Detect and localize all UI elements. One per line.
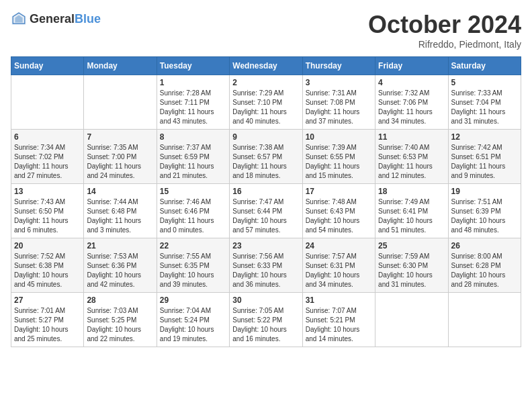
day-number: 10 bbox=[306, 132, 372, 142]
weekday-header: Thursday bbox=[302, 57, 375, 75]
day-info: Sunrise: 7:52 AM Sunset: 6:38 PM Dayligh… bbox=[14, 252, 81, 289]
day-info: Sunrise: 7:03 AM Sunset: 5:25 PM Dayligh… bbox=[87, 306, 153, 344]
calendar-week-row: 27Sunrise: 7:01 AM Sunset: 5:27 PM Dayli… bbox=[11, 293, 521, 347]
calendar-cell bbox=[375, 293, 448, 347]
calendar-cell: 12Sunrise: 7:42 AM Sunset: 6:51 PM Dayli… bbox=[448, 130, 521, 184]
day-number: 25 bbox=[378, 241, 445, 250]
day-info: Sunrise: 7:47 AM Sunset: 6:44 PM Dayligh… bbox=[232, 197, 299, 235]
calendar-cell: 25Sunrise: 7:59 AM Sunset: 6:30 PM Dayli… bbox=[375, 238, 448, 293]
calendar-cell bbox=[11, 75, 84, 130]
day-number: 26 bbox=[451, 241, 518, 250]
day-info: Sunrise: 7:39 AM Sunset: 6:55 PM Dayligh… bbox=[306, 143, 372, 181]
calendar-week-row: 6Sunrise: 7:34 AM Sunset: 7:02 PM Daylig… bbox=[11, 130, 521, 184]
calendar-cell: 15Sunrise: 7:46 AM Sunset: 6:46 PM Dayli… bbox=[157, 184, 229, 238]
month-title: October 2024 bbox=[368, 11, 521, 39]
calendar-cell: 7Sunrise: 7:35 AM Sunset: 7:00 PM Daylig… bbox=[84, 130, 157, 184]
day-info: Sunrise: 7:28 AM Sunset: 7:11 PM Dayligh… bbox=[160, 89, 226, 126]
calendar-cell: 18Sunrise: 7:49 AM Sunset: 6:41 PM Dayli… bbox=[375, 184, 448, 238]
calendar-cell: 5Sunrise: 7:33 AM Sunset: 7:04 PM Daylig… bbox=[448, 75, 521, 130]
calendar-cell bbox=[84, 75, 157, 130]
calendar-cell: 24Sunrise: 7:57 AM Sunset: 6:31 PM Dayli… bbox=[302, 238, 375, 293]
day-info: Sunrise: 7:31 AM Sunset: 7:08 PM Dayligh… bbox=[306, 89, 372, 126]
weekday-header: Wednesday bbox=[230, 57, 302, 75]
location: Rifreddo, Piedmont, Italy bbox=[368, 39, 521, 50]
day-number: 23 bbox=[232, 241, 299, 250]
day-info: Sunrise: 7:04 AM Sunset: 5:24 PM Dayligh… bbox=[160, 306, 226, 344]
weekday-header: Sunday bbox=[11, 57, 84, 75]
calendar-cell: 31Sunrise: 7:07 AM Sunset: 5:21 PM Dayli… bbox=[302, 293, 375, 347]
calendar-cell: 2Sunrise: 7:29 AM Sunset: 7:10 PM Daylig… bbox=[230, 75, 302, 130]
day-number: 15 bbox=[160, 187, 226, 196]
calendar-cell: 8Sunrise: 7:37 AM Sunset: 6:59 PM Daylig… bbox=[157, 130, 229, 184]
day-info: Sunrise: 7:38 AM Sunset: 6:57 PM Dayligh… bbox=[232, 143, 299, 181]
calendar-cell: 22Sunrise: 7:55 AM Sunset: 6:35 PM Dayli… bbox=[157, 238, 229, 293]
logo-blue: Blue bbox=[75, 12, 101, 26]
day-info: Sunrise: 7:29 AM Sunset: 7:10 PM Dayligh… bbox=[232, 89, 299, 126]
calendar-table: SundayMondayTuesdayWednesdayThursdayFrid… bbox=[11, 56, 521, 347]
day-number: 21 bbox=[87, 241, 153, 250]
day-number: 12 bbox=[451, 132, 518, 142]
day-info: Sunrise: 7:48 AM Sunset: 6:43 PM Dayligh… bbox=[306, 197, 372, 235]
calendar-cell: 16Sunrise: 7:47 AM Sunset: 6:44 PM Dayli… bbox=[230, 184, 302, 238]
day-info: Sunrise: 7:55 AM Sunset: 6:35 PM Dayligh… bbox=[160, 252, 226, 289]
day-number: 24 bbox=[306, 241, 372, 250]
day-number: 2 bbox=[232, 78, 299, 87]
logo: GeneralBlue bbox=[11, 11, 101, 27]
day-info: Sunrise: 7:33 AM Sunset: 7:04 PM Dayligh… bbox=[451, 89, 518, 126]
day-number: 1 bbox=[160, 78, 226, 87]
calendar-cell: 4Sunrise: 7:32 AM Sunset: 7:06 PM Daylig… bbox=[375, 75, 448, 130]
logo-icon bbox=[11, 11, 27, 27]
calendar-week-row: 20Sunrise: 7:52 AM Sunset: 6:38 PM Dayli… bbox=[11, 238, 521, 293]
day-info: Sunrise: 7:05 AM Sunset: 5:22 PM Dayligh… bbox=[232, 306, 299, 344]
day-number: 29 bbox=[160, 295, 226, 305]
calendar-cell: 6Sunrise: 7:34 AM Sunset: 7:02 PM Daylig… bbox=[11, 130, 84, 184]
calendar-cell: 29Sunrise: 7:04 AM Sunset: 5:24 PM Dayli… bbox=[157, 293, 229, 347]
day-number: 19 bbox=[451, 187, 518, 196]
calendar-cell: 13Sunrise: 7:43 AM Sunset: 6:50 PM Dayli… bbox=[11, 184, 84, 238]
day-info: Sunrise: 7:49 AM Sunset: 6:41 PM Dayligh… bbox=[378, 197, 445, 235]
day-info: Sunrise: 7:46 AM Sunset: 6:46 PM Dayligh… bbox=[160, 197, 226, 235]
day-number: 11 bbox=[378, 132, 445, 142]
day-number: 28 bbox=[87, 295, 153, 305]
calendar-week-row: 1Sunrise: 7:28 AM Sunset: 7:11 PM Daylig… bbox=[11, 75, 521, 130]
day-number: 30 bbox=[232, 295, 299, 305]
day-info: Sunrise: 7:07 AM Sunset: 5:21 PM Dayligh… bbox=[306, 306, 372, 344]
day-info: Sunrise: 7:56 AM Sunset: 6:33 PM Dayligh… bbox=[232, 252, 299, 289]
calendar-cell: 27Sunrise: 7:01 AM Sunset: 5:27 PM Dayli… bbox=[11, 293, 84, 347]
day-number: 22 bbox=[160, 241, 226, 250]
day-info: Sunrise: 7:53 AM Sunset: 6:36 PM Dayligh… bbox=[87, 252, 153, 289]
day-info: Sunrise: 7:35 AM Sunset: 7:00 PM Dayligh… bbox=[87, 143, 153, 181]
title-block: October 2024 Rifreddo, Piedmont, Italy bbox=[368, 11, 521, 50]
calendar-cell: 17Sunrise: 7:48 AM Sunset: 6:43 PM Dayli… bbox=[302, 184, 375, 238]
day-info: Sunrise: 7:32 AM Sunset: 7:06 PM Dayligh… bbox=[378, 89, 445, 126]
day-number: 18 bbox=[378, 187, 445, 196]
weekday-header-row: SundayMondayTuesdayWednesdayThursdayFrid… bbox=[11, 57, 521, 75]
day-number: 6 bbox=[14, 132, 81, 142]
page-header: GeneralBlue October 2024 Rifreddo, Piedm… bbox=[11, 11, 521, 50]
day-number: 3 bbox=[306, 78, 372, 87]
calendar-week-row: 13Sunrise: 7:43 AM Sunset: 6:50 PM Dayli… bbox=[11, 184, 521, 238]
calendar-cell: 21Sunrise: 7:53 AM Sunset: 6:36 PM Dayli… bbox=[84, 238, 157, 293]
day-number: 4 bbox=[378, 78, 445, 87]
calendar-cell: 19Sunrise: 7:51 AM Sunset: 6:39 PM Dayli… bbox=[448, 184, 521, 238]
weekday-header: Friday bbox=[375, 57, 448, 75]
calendar-cell: 23Sunrise: 7:56 AM Sunset: 6:33 PM Dayli… bbox=[230, 238, 302, 293]
day-number: 7 bbox=[87, 132, 153, 142]
day-number: 8 bbox=[160, 132, 226, 142]
day-number: 27 bbox=[14, 295, 81, 305]
day-info: Sunrise: 7:40 AM Sunset: 6:53 PM Dayligh… bbox=[378, 143, 445, 181]
calendar-cell: 9Sunrise: 7:38 AM Sunset: 6:57 PM Daylig… bbox=[230, 130, 302, 184]
day-info: Sunrise: 7:01 AM Sunset: 5:27 PM Dayligh… bbox=[14, 306, 81, 344]
day-number: 16 bbox=[232, 187, 299, 196]
day-number: 17 bbox=[306, 187, 372, 196]
weekday-header: Tuesday bbox=[157, 57, 229, 75]
calendar-cell: 30Sunrise: 7:05 AM Sunset: 5:22 PM Dayli… bbox=[230, 293, 302, 347]
day-number: 14 bbox=[87, 187, 153, 196]
day-number: 13 bbox=[14, 187, 81, 196]
calendar-cell bbox=[448, 293, 521, 347]
day-info: Sunrise: 7:37 AM Sunset: 6:59 PM Dayligh… bbox=[160, 143, 226, 181]
day-info: Sunrise: 7:44 AM Sunset: 6:48 PM Dayligh… bbox=[87, 197, 153, 235]
logo-text: GeneralBlue bbox=[30, 12, 101, 26]
calendar-cell: 20Sunrise: 7:52 AM Sunset: 6:38 PM Dayli… bbox=[11, 238, 84, 293]
calendar-cell: 28Sunrise: 7:03 AM Sunset: 5:25 PM Dayli… bbox=[84, 293, 157, 347]
